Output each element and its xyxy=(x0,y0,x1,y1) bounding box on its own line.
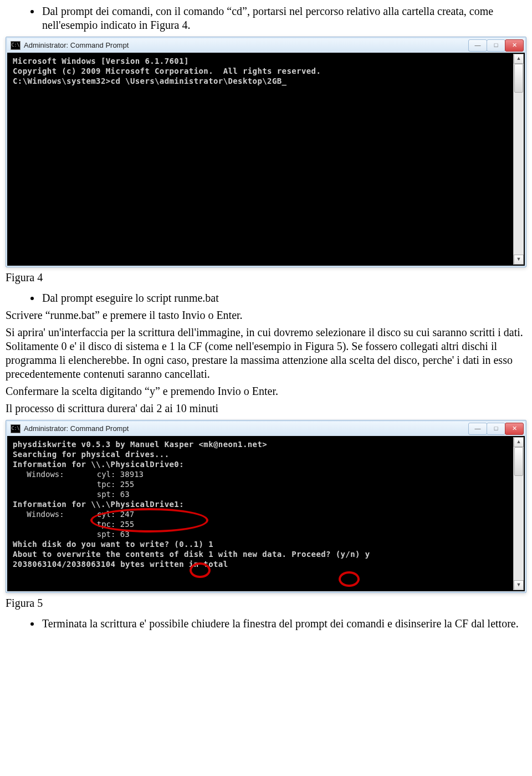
window-title-group: C:\ Administrator: Command Prompt xyxy=(11,424,129,433)
scroll-up-arrow-icon[interactable]: ▲ xyxy=(514,437,524,447)
minimize-button[interactable]: — xyxy=(468,423,487,435)
minimize-button[interactable]: — xyxy=(468,39,487,52)
bullet-text: Dal prompt eseguire lo script runme.bat xyxy=(42,292,219,304)
figure-4-caption: Figura 4 xyxy=(6,271,526,285)
body-text-3: Confermare la scelta digitando “y” e pre… xyxy=(6,384,526,398)
scroll-down-arrow-icon[interactable]: ▼ xyxy=(514,580,524,590)
console-line: Which disk do you want to write? (0..1) … xyxy=(13,539,519,549)
body-text-4: Il processo di scrittura durera' dai 2 a… xyxy=(6,402,526,415)
command-prompt-icon: C:\ xyxy=(11,424,21,433)
vertical-scrollbar[interactable]: ▲ ▼ xyxy=(513,54,524,265)
figure-5-caption: Figura 5 xyxy=(6,596,526,610)
console-line: Microsoft Windows [Version 6.1.7601] xyxy=(13,56,519,66)
body-text-2: Si aprira' un'interfaccia per la scrittu… xyxy=(6,326,526,381)
window-buttons: — □ ✕ xyxy=(469,423,524,435)
console-line: tpc: 255 xyxy=(13,519,519,529)
console-line: Searching for physical drives... xyxy=(13,449,519,459)
console-line: spt: 63 xyxy=(13,489,519,499)
maximize-button[interactable]: □ xyxy=(487,39,505,52)
console-line: C:\Windows\system32>cd \Users\administra… xyxy=(13,76,519,86)
command-prompt-icon: C:\ xyxy=(11,41,21,50)
scroll-down-arrow-icon[interactable]: ▼ xyxy=(514,255,524,265)
console-line: Windows: cyl: 247 xyxy=(13,509,519,519)
console-line: Windows: cyl: 38913 xyxy=(13,469,519,479)
close-button[interactable]: ✕ xyxy=(505,39,524,52)
window-titlebar: C:\ Administrator: Command Prompt — □ ✕ xyxy=(7,422,525,436)
console-line: 2038063104/2038063104 bytes written in t… xyxy=(13,559,519,569)
console-client-area[interactable]: Microsoft Windows [Version 6.1.7601] Cop… xyxy=(7,53,525,266)
bullet-item-3: Terminata la scrittura e' possibile chiu… xyxy=(41,617,526,631)
bullet-text: Terminata la scrittura e' possibile chiu… xyxy=(42,617,519,630)
console-line: tpc: 255 xyxy=(13,479,519,489)
scroll-track[interactable] xyxy=(514,447,524,580)
console-line: About to overwrite the contents of disk … xyxy=(13,549,519,559)
bullet-list-1: Dal prompt dei comandi, con il comando “… xyxy=(6,4,526,32)
console-client-area[interactable]: physdiskwrite v0.5.3 by Manuel Kasper <m… xyxy=(7,436,525,591)
figure-5-window: C:\ Administrator: Command Prompt — □ ✕ … xyxy=(6,420,526,593)
window-title: Administrator: Command Prompt xyxy=(24,424,129,433)
console-line: physdiskwrite v0.5.3 by Manuel Kasper <m… xyxy=(13,439,519,449)
body-text-1: Scrivere “runme.bat” e premere il tasto … xyxy=(6,308,526,322)
window-title: Administrator: Command Prompt xyxy=(24,41,129,50)
red-highlight-confirm-y xyxy=(339,571,360,587)
console-line: Copyright (c) 2009 Microsoft Corporation… xyxy=(13,66,519,76)
close-button[interactable]: ✕ xyxy=(505,423,524,435)
bullet-list-2: Dal prompt eseguire lo script runme.bat xyxy=(6,291,526,305)
vertical-scrollbar[interactable]: ▲ ▼ xyxy=(513,437,524,590)
console-line: spt: 63 xyxy=(13,529,519,539)
scroll-thumb[interactable] xyxy=(514,64,523,93)
maximize-button[interactable]: □ xyxy=(487,423,505,435)
window-title-group: C:\ Administrator: Command Prompt xyxy=(11,41,129,50)
bullet-text: Dal prompt dei comandi, con il comando “… xyxy=(42,5,493,31)
bullet-item-1: Dal prompt dei comandi, con il comando “… xyxy=(41,4,526,32)
scroll-up-arrow-icon[interactable]: ▲ xyxy=(514,54,524,64)
window-buttons: — □ ✕ xyxy=(469,39,524,52)
scroll-thumb[interactable] xyxy=(514,447,523,476)
window-titlebar: C:\ Administrator: Command Prompt — □ ✕ xyxy=(7,38,525,53)
console-line: Information for \\.\PhysicalDrive1: xyxy=(13,499,519,509)
console-line: Information for \\.\PhysicalDrive0: xyxy=(13,459,519,469)
figure-4-window: C:\ Administrator: Command Prompt — □ ✕ … xyxy=(6,37,526,267)
bullet-item-2: Dal prompt eseguire lo script runme.bat xyxy=(41,291,526,305)
bullet-list-3: Terminata la scrittura e' possibile chiu… xyxy=(6,617,526,631)
scroll-track[interactable] xyxy=(514,64,524,255)
